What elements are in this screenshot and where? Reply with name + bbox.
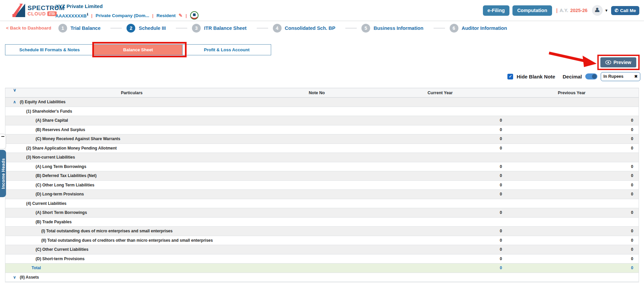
row-label: (I) Total outstanding dues of micro ente… (41, 229, 172, 233)
current-year-cell: 0 (376, 229, 505, 233)
previous-year-cell: 0 (505, 183, 639, 187)
back-to-dashboard-link[interactable]: < Back to Dashboard (6, 25, 51, 31)
unit-select[interactable]: In Rupees ✖ (601, 72, 640, 81)
phone-icon: ✆ (614, 8, 618, 13)
call-me-button[interactable]: ✆ Call Me (611, 6, 639, 15)
tab-profit-loss-account[interactable]: Profit & Loss Account (182, 45, 271, 55)
close-icon[interactable]: ✖ (634, 74, 638, 79)
tab-schedule-iii-formats-notes[interactable]: Schedule III Formats & Notes (5, 45, 94, 55)
decimal-toggle[interactable] (585, 73, 597, 79)
row-label: (A) Short Term Borrowings (36, 210, 87, 215)
schedule-tabs: Schedule III Formats & NotesBalance Shee… (5, 44, 271, 55)
table-row[interactable]: (3) Non-current Liabilities (5, 153, 639, 162)
step-connector (345, 28, 357, 28)
company-block: XYZ Private Limited AAAXXXXXXBℹ︎ | Priva… (55, 3, 199, 20)
table-row[interactable]: (A) Short Term Borrowings00 (5, 208, 639, 218)
income-heads-label: Income Heads (1, 158, 6, 189)
stepper-step-auditor-information[interactable]: 6Auditor Information (450, 24, 507, 33)
chevron-up-icon[interactable]: ∧ (13, 100, 16, 104)
table-row[interactable]: (2) Share Application Money Pending Allo… (5, 144, 639, 153)
previous-year-cell: 0 (505, 127, 639, 132)
stepper-step-trial-balance[interactable]: 1Trial Balance (58, 24, 100, 33)
row-label: (C) Other Current Liabilities (36, 247, 88, 252)
step-number: 2 (127, 24, 135, 33)
separator: | (91, 13, 93, 18)
toggle-knob (592, 74, 597, 79)
red-arrow-annotation (546, 50, 602, 70)
stepper-step-business-information[interactable]: 5Business Information (361, 24, 423, 33)
row-label: (B) Trade Payables (36, 220, 71, 224)
income-heads-side-tab[interactable]: Income Heads (0, 150, 6, 197)
table-row[interactable]: (C) Money Received Against Share Warrant… (5, 134, 639, 144)
hide-blank-note-label: Hide Blank Note (516, 74, 555, 79)
step-connector (434, 28, 445, 28)
user-avatar-icon[interactable]: 👤︎ (592, 5, 603, 16)
separator: | (186, 13, 187, 18)
table-row[interactable]: (4) Current Liabilities (5, 199, 639, 209)
current-year-cell: 0 (376, 183, 505, 187)
table-row[interactable]: (A) Share Capital00 (5, 116, 639, 125)
current-year-cell: 0 (376, 118, 505, 123)
ay-value: 2025-26 (570, 8, 587, 13)
step-label: Trial Balance (70, 25, 100, 31)
step-connector (257, 28, 268, 28)
table-body: ∧(I) Equity And Liabilities(1) Sharehold… (5, 98, 639, 282)
income-tax-emblem-icon[interactable] (190, 11, 199, 20)
table-row[interactable]: (D) Short-term Provisions00 (5, 254, 639, 264)
table-row[interactable]: (B) Deferred Tax Liabilities (Net)00 (5, 171, 639, 181)
row-label: (B) Deferred Tax Liabilities (Net) (36, 173, 97, 178)
info-icon[interactable]: ℹ︎ (87, 12, 88, 16)
table-row[interactable]: (C) Other Current Liabilities00 (5, 245, 639, 254)
step-number: 5 (361, 24, 370, 33)
current-year-cell: 0 (376, 127, 505, 132)
table-row[interactable]: (C) Other Long Term Liabilities00 (5, 181, 639, 190)
row-label: Total (32, 266, 41, 270)
table-row[interactable]: (II) Total outstanding dues of creditors… (5, 236, 639, 245)
tab-balance-sheet[interactable]: Balance Sheet (94, 45, 182, 55)
row-label: (II) Assets (20, 275, 39, 280)
minimize-side-panel-button[interactable] (0, 134, 6, 149)
previous-year-cell: 0 (505, 238, 639, 243)
current-year-cell: 0 (376, 238, 505, 243)
current-year-cell: 0 (376, 164, 505, 169)
row-label: (B) Reserves And Surplus (36, 127, 85, 132)
chevron-down-icon[interactable]: ∨ (13, 275, 16, 280)
expand-all-chevron-down-icon[interactable]: ∨ (13, 88, 16, 93)
stepper-step-consolidated-sch-bp[interactable]: 4Consolidated Sch. BP (273, 24, 336, 33)
caret-down-icon[interactable]: ▼ (605, 8, 608, 12)
step-label: Consolidated Sch. BP (285, 25, 336, 31)
table-row[interactable]: (D) Long-term Provisions00 (5, 190, 639, 199)
preview-button[interactable]: Preview (600, 57, 636, 67)
page: SPECTRUM CLOUD ITR XYZ Private Limited A… (0, 0, 644, 288)
row-label: (3) Non-current Liabilities (26, 155, 75, 160)
efiling-button[interactable]: e-Filing (483, 5, 510, 16)
computation-button[interactable]: Computation (512, 5, 552, 16)
table-row[interactable]: (B) Reserves And Surplus00 (5, 125, 639, 135)
row-label: (I) Equity And Liabilities (20, 100, 65, 104)
previous-year-cell: 0 (505, 256, 639, 261)
company-name: XYZ Private Limited (55, 3, 199, 9)
current-year-cell: 0 (376, 192, 505, 196)
table-row[interactable]: ∧(I) Equity And Liabilities (5, 98, 639, 107)
previous-year-cell: 0 (505, 247, 639, 252)
hide-blank-note-checkbox[interactable]: ✓ (507, 74, 513, 79)
top-header-bar: SPECTRUM CLOUD ITR XYZ Private Limited A… (0, 0, 644, 21)
table-row[interactable]: ∨(II) Assets (5, 273, 639, 282)
previous-year-cell: 0 (505, 210, 639, 215)
table-row[interactable]: Total00 (5, 264, 639, 273)
previous-year-cell: 0 (505, 164, 639, 169)
table-row[interactable]: (A) Long Term Borrowings00 (5, 162, 639, 172)
table-row[interactable]: (I) Total outstanding dues of micro ente… (5, 227, 639, 236)
ay-label: A.Y. (559, 8, 568, 13)
row-label: (II) Total outstanding dues of creditors… (41, 238, 213, 243)
edit-pencil-icon[interactable]: ✎ (179, 13, 183, 18)
current-year-cell: 0 (376, 146, 505, 151)
table-row[interactable]: (1) Shareholder's Funds (5, 107, 639, 116)
stepper-step-schedule-iii[interactable]: 2Schedule III (127, 24, 166, 33)
header-actions: e-Filing Computation | A.Y. 2025-26 👤︎ ▼… (483, 0, 639, 21)
table-row[interactable]: (B) Trade Payables (5, 218, 639, 227)
step-label: ITR Balance Sheet (204, 25, 247, 31)
minus-icon (1, 136, 4, 137)
current-year-cell: 0 (376, 173, 505, 178)
stepper-step-itr-balance-sheet[interactable]: 3ITR Balance Sheet (192, 24, 247, 33)
